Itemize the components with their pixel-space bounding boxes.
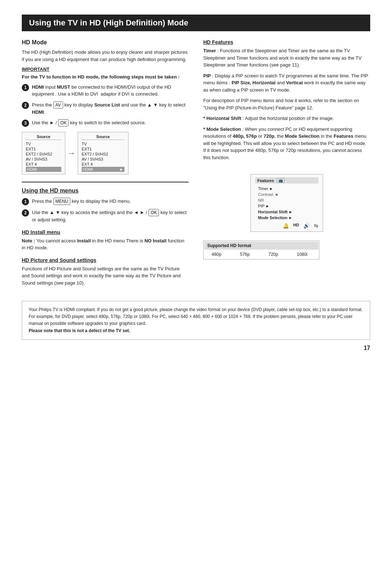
hd-step-num-1: 1 <box>22 198 29 205</box>
page-title-bar: Using the TV in HD (High Definition) Mod… <box>22 15 370 39</box>
feat-nr: NR <box>255 197 318 203</box>
footer-text: Your Philips TV is HDMI compliant. If yo… <box>29 307 363 326</box>
feat-mode-sel: Mode Selection ► <box>255 215 318 221</box>
menu-key: MENU <box>53 198 70 205</box>
source-item-ext1: EXT1 <box>26 146 61 152</box>
hd-menus-heading: Using the HD menus <box>22 188 189 194</box>
source-item-hdmi-2: HDMI► <box>82 167 124 172</box>
page-header: Using the TV in HD (High Definition) Mod… <box>22 15 370 31</box>
source-box-2: Source TV EXT1 EXT2 / SVHS2 AV / SVHS3 E… <box>78 132 128 174</box>
source-title-2: Source <box>82 134 124 140</box>
hd-picture-text: Functions of HD Picture and Sound settin… <box>22 265 189 287</box>
source-item-ext4: EXT 4 <box>26 162 61 167</box>
source-item-ext2: EXT2 / SVHS2 <box>26 152 61 157</box>
left-column: HD Mode The HD (High Definition) mode al… <box>22 39 189 290</box>
hd-format-1080i: 1080i <box>290 250 318 258</box>
hd-step-num-2: 2 <box>22 209 29 217</box>
hd-format-heading: Supported HD format <box>204 242 318 250</box>
hd-step-text-2: Use the ▲ ▼ key to access the settings a… <box>32 209 189 223</box>
hd-mode-heading: HD Mode <box>22 39 189 46</box>
source-item-hdmi-1: HDMI <box>26 167 61 172</box>
feat-contrast: Contrast ◄ <box>255 192 318 197</box>
pip-desc: For description of PIP menu items and ho… <box>203 97 370 111</box>
section-divider <box>22 182 189 182</box>
step-text-2: Press the AV key to display Source List … <box>32 101 189 116</box>
important-label: IMPORTANT <box>22 67 189 72</box>
step-3: 3 Use the ► / OK key to switch to the se… <box>22 119 189 127</box>
source-item-av: AV / SVHS3 <box>26 157 61 162</box>
timer-para: Timer : Functions of the Sleeptimer and … <box>203 47 370 69</box>
features-box-title: Features 📺 <box>255 177 318 184</box>
hd-format-576p: 576p <box>233 250 260 258</box>
hd-install-section: HD Install menu Note : You cannot access… <box>22 229 189 251</box>
feat-icon-1: 🔔 <box>283 223 289 229</box>
av-key: AV <box>53 101 63 109</box>
source-title-1: Source <box>26 134 61 140</box>
footer-bold-line: Please note that this is not a defect of… <box>29 328 130 333</box>
source-item-ext4-2: EXT 4 <box>82 162 124 167</box>
hd-step-text-1: Press the MENU key to display the HD men… <box>32 198 189 205</box>
step-num-2: 2 <box>22 102 29 109</box>
feat-timer: Timer ► <box>255 186 318 192</box>
features-icon: 📺 <box>277 178 284 183</box>
features-box: Features 📺 Timer ► Contrast ◄ NR PIP ► H… <box>250 174 323 232</box>
source-item-ext2-2: EXT2 / SVHS2 <box>82 152 124 157</box>
hd-install-heading: HD Install menu <box>22 229 189 235</box>
hd-menu-step-1: 1 Press the MENU key to display the HD m… <box>22 198 189 205</box>
source-item-tv-2: TV <box>82 141 124 146</box>
step-2: 2 Press the AV key to display Source Lis… <box>22 101 189 116</box>
hd-mode-intro: The HD (High Definition) mode allows you… <box>22 49 189 63</box>
pip-para: PIP : Display a PIP screen to watch TV p… <box>203 72 370 94</box>
feat-horiz: Horizontal Shift ► <box>255 209 318 215</box>
hd-picture-heading: HD Picture and Sound settings <box>22 257 189 263</box>
hd-features-heading: HD Features <box>203 39 370 45</box>
arrow-right-icon: → <box>68 149 75 158</box>
source-diagram: Source TV EXT1 EXT2 / SVHS2 AV / SVHS3 E… <box>22 132 189 174</box>
ok-key-2: OK <box>148 209 159 216</box>
mode-selection-para: * Mode Selection : When you connect PC o… <box>203 126 370 161</box>
source-item-ext1-2: EXT1 <box>82 146 124 152</box>
feat-icon-hd: HD <box>293 223 299 229</box>
page-title-text: Using the TV in HD (High Definition) Mod… <box>29 18 188 27</box>
feat-icon-2: 🔊 <box>303 223 310 229</box>
horiz-shift-para: * Horizontal Shift : Adjust the horizont… <box>203 115 370 122</box>
step-num-1: 1 <box>22 84 29 91</box>
hd-format-table: Supported HD format 480p 576p 720p 1080i <box>203 241 319 259</box>
page-number: 17 <box>22 345 370 351</box>
hd-format-720p: 720p <box>261 250 289 258</box>
hd-menu-step-2: 2 Use the ▲ ▼ key to access the settings… <box>22 209 189 223</box>
feat-footer: 🔔 HD 🔊 ⇆ <box>255 223 318 229</box>
hd-picture-section: HD Picture and Sound settings Functions … <box>22 257 189 287</box>
right-column: HD Features Timer : Functions of the Sle… <box>203 39 370 290</box>
source-box-1: Source TV EXT1 EXT2 / SVHS2 AV / SVHS3 E… <box>22 132 65 174</box>
hd-install-note: Note : You cannot access Install in the … <box>22 237 189 251</box>
step-text-1: HDMI input MUST be connected to the HDMI… <box>32 84 189 98</box>
ok-key-1: OK <box>58 119 69 126</box>
footer-note: Your Philips TV is HDMI compliant. If yo… <box>22 301 370 340</box>
source-item-av-2: AV / SVHS3 <box>82 157 124 162</box>
source-item-tv: TV <box>26 141 61 146</box>
hd-format-480p: 480p <box>204 250 232 258</box>
step-text-3: Use the ► / OK key to switch to the sele… <box>32 119 189 126</box>
step-num-3: 3 <box>22 120 29 127</box>
feat-pip: PIP ► <box>255 203 318 209</box>
important-bold-text: For the TV to function in HD mode, the f… <box>22 73 189 81</box>
feat-icon-3: ⇆ <box>314 223 318 229</box>
step-1: 1 HDMI input MUST be connected to the HD… <box>22 84 189 98</box>
